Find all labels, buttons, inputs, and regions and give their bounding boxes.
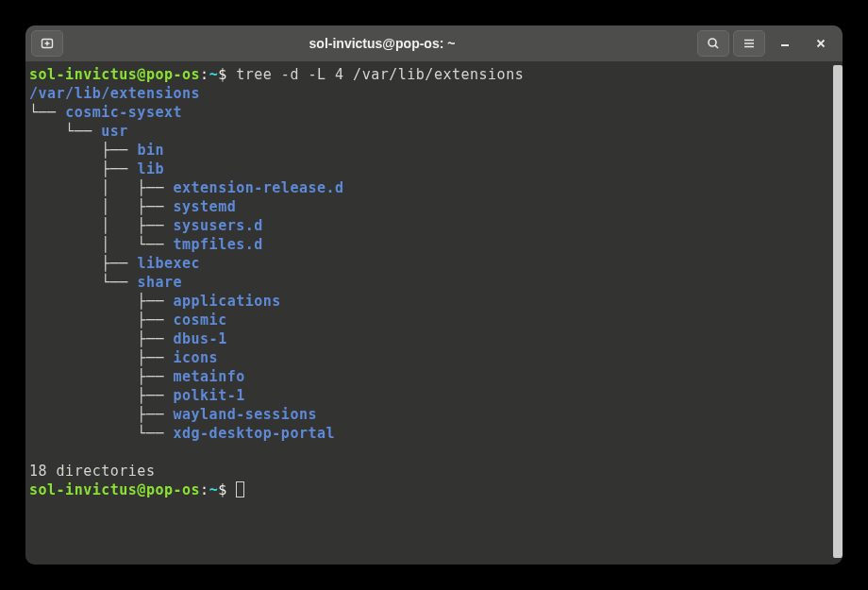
close-button[interactable] (805, 30, 837, 57)
tree-line: └── share (29, 273, 831, 292)
minimize-button[interactable] (769, 30, 801, 57)
tree-line: │ ├── systemd (29, 197, 831, 216)
tree-line: │ └── tmpfiles.d (29, 235, 831, 254)
tree-line: ├── wayland-sessions (29, 405, 831, 424)
close-icon (813, 36, 828, 51)
window-title: sol-invictus@pop-os: ~ (67, 36, 697, 51)
titlebar-right (697, 30, 837, 57)
terminal-window: sol-invictus@pop-os: ~ (25, 25, 843, 565)
svg-line-4 (715, 45, 718, 48)
tree-line: └── usr (29, 122, 831, 141)
search-button[interactable] (697, 30, 729, 57)
tree-line: ├── metainfo (29, 367, 831, 386)
tree-line: ├── cosmic (29, 311, 831, 329)
search-icon (706, 36, 721, 51)
new-tab-icon (40, 36, 55, 51)
tree-line: ├── dbus-1 (29, 329, 831, 348)
new-tab-button[interactable] (31, 30, 63, 57)
titlebar[interactable]: sol-invictus@pop-os: ~ (25, 25, 843, 61)
hamburger-icon (742, 36, 757, 51)
scrollbar[interactable] (833, 65, 843, 558)
prompt-line: sol-invictus@pop-os:~$ (29, 480, 831, 499)
tree-line: │ ├── sysusers.d (29, 216, 831, 235)
tree-root: /var/lib/extensions (29, 84, 831, 103)
blank-line (29, 443, 831, 462)
prompt-line: sol-invictus@pop-os:~$ tree -d -L 4 /var… (29, 65, 831, 84)
tree-line: ├── polkit-1 (29, 386, 831, 405)
tree-line: ├── bin (29, 141, 831, 160)
tree-line: └── cosmic-sysext (29, 103, 831, 122)
tree-line: ├── applications (29, 292, 831, 311)
tree-line: │ ├── extension-release.d (29, 178, 831, 197)
menu-button[interactable] (733, 30, 765, 57)
tree-line: ├── icons (29, 348, 831, 367)
tree-line: └── xdg-desktop-portal (29, 424, 831, 443)
terminal-body[interactable]: sol-invictus@pop-os:~$ tree -d -L 4 /var… (25, 61, 843, 565)
svg-point-3 (709, 39, 716, 46)
tree-summary: 18 directories (29, 462, 831, 480)
cursor (236, 481, 244, 497)
tree-line: ├── lib (29, 160, 831, 178)
minimize-icon (777, 36, 793, 51)
tree-line: ├── libexec (29, 254, 831, 273)
terminal-content[interactable]: sol-invictus@pop-os:~$ tree -d -L 4 /var… (29, 65, 831, 561)
